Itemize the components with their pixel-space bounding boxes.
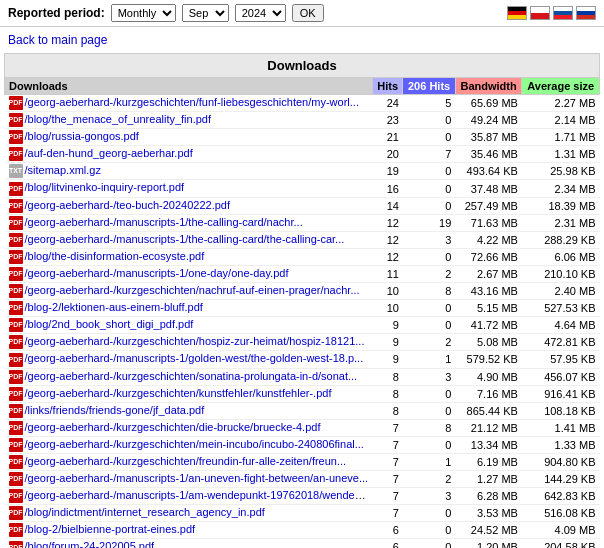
pdf-icon: PDF [9,318,23,332]
file-link[interactable]: /blog-2/lektionen-aus-einem-bluff.pdf [25,301,203,313]
table-row: PDF/georg-aeberhard-/kurzgeschichten/nac… [5,283,600,300]
avg-size-cell: 516.08 KB [522,505,600,522]
bandwidth-cell: 71.63 MB [455,214,522,231]
hits206-cell: 0 [403,163,455,180]
period-select[interactable]: Monthly Daily Hourly [111,4,176,22]
back-link-container: Back to main page [0,27,604,53]
file-link[interactable]: /georg-aeberhard-/manuscripts-1/one-day/… [25,267,289,279]
pdf-icon: PDF [9,96,23,110]
file-link[interactable]: /georg-aeberhard-/kurzgeschichten/freund… [25,455,347,467]
table-row: PDF/georg-aeberhard-/kurzgeschichten/fre… [5,453,600,470]
ok-button[interactable]: OK [292,4,324,22]
flag-cz-icon[interactable] [530,6,550,20]
hits-cell: 7 [373,419,403,436]
bandwidth-cell: 21.12 MB [455,419,522,436]
avg-size-cell: 210.10 KB [522,265,600,282]
avg-size-cell: 108.18 KB [522,402,600,419]
month-select[interactable]: JanFebMarApr MayJunJulAug SepOctNovDec [182,4,229,22]
file-link[interactable]: /blog/indictment/internet_research_agenc… [25,506,265,518]
pdf-icon: PDF [9,455,23,469]
pdf-icon: PDF [9,404,23,418]
pdf-icon: PDF [9,370,23,384]
pdf-icon: PDF [9,506,23,520]
hits206-cell: 8 [403,283,455,300]
hits206-cell: 2 [403,334,455,351]
table-row: PDF/georg-aeberhard-/manuscripts-1/golde… [5,351,600,368]
reported-period-label: Reported period: [8,6,105,20]
file-cell: PDF/georg-aeberhard-/kurzgeschichten/die… [5,419,373,436]
file-cell: PDF/georg-aeberhard-/kurzgeschichten/mei… [5,436,373,453]
file-link[interactable]: /georg-aeberhard-/kurzgeschichten/hospiz… [25,335,365,347]
file-link[interactable]: /links/friends/friends-gone/jf_data.pdf [25,404,205,416]
file-cell: PDF/blog/2nd_book_short_digi_pdf.pdf [5,317,373,334]
file-icon: TXT [9,164,23,178]
bandwidth-cell: 65.69 MB [455,95,522,112]
flag-sk-icon[interactable] [553,6,573,20]
flag-de-icon[interactable] [507,6,527,20]
hits206-cell: 5 [403,95,455,112]
file-link[interactable]: /blog/forum-24-202005.pdf [25,540,155,548]
table-row: PDF/georg-aeberhard-/manuscripts-1/the-c… [5,231,600,248]
file-cell: PDF/georg-aeberhard-/manuscripts-1/one-d… [5,265,373,282]
back-to-main-link[interactable]: Back to main page [8,33,107,47]
bandwidth-cell: 24.52 MB [455,522,522,539]
file-link[interactable]: /blog-2/bielbienne-portrat-eines.pdf [25,523,196,535]
table-title: Downloads [5,54,600,78]
bandwidth-cell: 72.66 MB [455,248,522,265]
file-link[interactable]: /georg-aeberhard-/manuscripts-1/the-call… [25,216,303,228]
file-link[interactable]: /georg-aeberhard-/kurzgeschichten/sonati… [25,370,358,382]
file-link[interactable]: /georg-aeberhard-/kurzgeschichten/funf-l… [25,96,359,108]
hits206-cell: 7 [403,146,455,163]
downloads-table: Downloads Downloads Hits 206 Hits Bandwi… [4,53,600,548]
pdf-icon: PDF [9,250,23,264]
file-link[interactable]: /georg-aeberhard-/manuscripts-1/an-uneve… [25,472,369,484]
file-cell: PDF/georg-aeberhard-/kurzgeschichten/fre… [5,453,373,470]
hits206-cell: 0 [403,112,455,129]
file-link[interactable]: /georg-aeberhard-/kurzgeschichten/mein-i… [25,438,364,450]
pdf-icon: PDF [9,301,23,315]
hits206-cell: 2 [403,471,455,488]
file-link[interactable]: /georg-aeberhard-/manuscripts-1/golden-w… [25,352,364,364]
file-link[interactable]: /georg-aeberhard-/manuscripts-1/the-call… [25,233,345,245]
file-link[interactable]: /georg-aeberhard-/kurzgeschichten/nachru… [25,284,360,296]
pdf-icon: PDF [9,284,23,298]
file-link[interactable]: /blog/russia-gongos.pdf [25,130,139,142]
pdf-icon: PDF [9,335,23,349]
col-hits: Hits [373,78,403,95]
file-link[interactable]: /blog/litvinenko-inquiry-report.pdf [25,181,185,193]
hits-cell: 7 [373,453,403,470]
file-cell: PDF/georg-aeberhard-/kurzgeschichten/kun… [5,385,373,402]
flag-ru-icon[interactable] [576,6,596,20]
file-cell: PDF/georg-aeberhard-/kurzgeschichten/hos… [5,334,373,351]
bandwidth-cell: 43.16 MB [455,283,522,300]
file-link[interactable]: /georg-aeberhard-/manuscripts-1/am-wende… [25,489,373,501]
file-link[interactable]: /georg-aeberhard-/teo-buch-20240222.pdf [25,199,230,211]
file-cell: PDF/blog/indictment/internet_research_ag… [5,505,373,522]
file-link[interactable]: /blog/2nd_book_short_digi_pdf.pdf [25,318,194,330]
file-cell: PDF/blog/forum-24-202005.pdf [5,539,373,548]
avg-size-cell: 57.95 KB [522,351,600,368]
hits206-cell: 1 [403,453,455,470]
file-link[interactable]: /blog/the_menace_of_unreality_fin.pdf [25,113,212,125]
hits-cell: 21 [373,129,403,146]
hits-cell: 24 [373,95,403,112]
year-select[interactable]: 202420232022 [235,4,286,22]
hits-cell: 7 [373,505,403,522]
file-link[interactable]: /sitemap.xml.gz [25,164,101,176]
pdf-icon: PDF [9,233,23,247]
file-link[interactable]: /georg-aeberhard-/kurzgeschichten/kunstf… [25,387,332,399]
pdf-icon: PDF [9,147,23,161]
file-link[interactable]: /auf-den-hund_georg-aeberhar.pdf [25,147,193,159]
table-row: PDF/blog/2nd_book_short_digi_pdf.pdf9041… [5,317,600,334]
avg-size-cell: 204.58 KB [522,539,600,548]
avg-size-cell: 472.81 KB [522,334,600,351]
file-cell: PDF/georg-aeberhard-/kurzgeschichten/nac… [5,283,373,300]
hits-cell: 7 [373,436,403,453]
file-link[interactable]: /georg-aeberhard-/kurzgeschichten/die-br… [25,421,321,433]
file-link[interactable]: /blog/the-disinformation-ecosyste.pdf [25,250,205,262]
hits206-cell: 0 [403,248,455,265]
pdf-icon: PDF [9,489,23,503]
hits206-cell: 0 [403,300,455,317]
bandwidth-cell: 493.64 KB [455,163,522,180]
col-avg-size: Average size [522,78,600,95]
